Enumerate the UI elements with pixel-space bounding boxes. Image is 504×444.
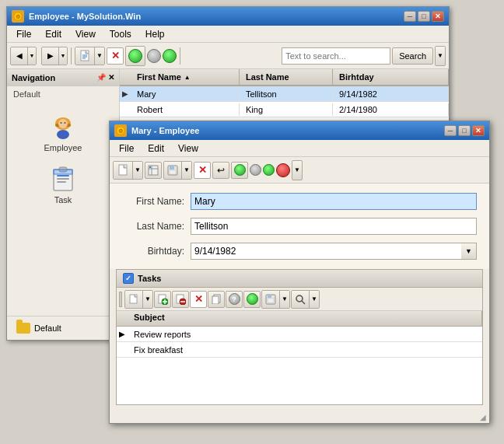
detail-minimize-button[interactable]: ─ [444,125,457,136]
prev-record-button[interactable] [147,49,161,63]
lastname-input[interactable] [191,218,477,235]
tasks-search-arrow[interactable]: ▼ [310,291,319,308]
detail-menu-edit[interactable]: Edit [142,142,170,156]
nav-pin-icon[interactable]: 📌 [96,73,106,82]
row-indicator: ▶ [120,89,131,98]
search-input[interactable] [282,47,390,65]
task-indicator-col [117,311,128,326]
tasks-add-button[interactable] [154,291,171,308]
menu-help[interactable]: Help [139,27,171,41]
menu-edit[interactable]: Edit [39,27,68,41]
lastname-row: Last Name: [122,218,477,235]
detail-next-button[interactable] [263,164,275,176]
close-button[interactable]: ✕ [432,11,444,22]
col-task-subject[interactable]: Subject [128,311,482,326]
clipboard-icon [49,165,77,193]
folder-icon [16,323,30,334]
tasks-section: ✓ Tasks ▼ [116,269,483,405]
app-icon: ⚙ [12,10,24,23]
detail-toolbar: ▼ ▼ ✕ ↩ [110,157,489,184]
table-row[interactable]: Fix breakfast [117,342,482,358]
svg-rect-41 [268,299,274,302]
tasks-delete-button[interactable]: ✕ [190,291,207,308]
toolbar-sep-2 [180,47,180,65]
svg-point-42 [296,295,303,302]
new-button: ▼ [75,47,105,65]
menu-view[interactable]: View [69,27,102,41]
nav-footer-default[interactable]: Default [13,320,113,336]
next-record-button[interactable] [163,49,177,63]
tasks-search-main[interactable] [292,291,310,308]
tasks-toolbar-handle[interactable] [119,292,122,307]
nav-close-icon[interactable]: ✕ [108,73,114,82]
task-nav-label: Task [54,195,72,205]
col-lastname[interactable]: Last Name [240,69,333,85]
tasks-new-main[interactable] [125,291,143,308]
cell-birthday: 2/14/1980 [333,103,449,116]
navigation-panel: Navigation 📌 ✕ Default [7,69,120,340]
detail-save-main[interactable] [164,162,182,179]
nav-item-task[interactable]: Task [41,162,85,208]
detail-window-title: Mary - Employee [131,126,199,135]
detail-grid-button[interactable] [145,162,162,179]
detail-refresh-button[interactable] [231,162,248,179]
table-row[interactable]: Robert King 2/14/1980 [120,102,449,117]
detail-menu-file[interactable]: File [113,142,140,156]
menu-tools[interactable]: Tools [103,27,138,41]
tasks-next-button[interactable] [243,291,261,308]
forward-button[interactable]: ▶ [42,47,59,65]
detail-new-main[interactable] [114,162,133,179]
new-main[interactable] [75,47,95,65]
svg-point-10 [60,122,61,124]
tasks-save-button: ▼ [261,290,290,309]
detail-maximize-button[interactable]: □ [458,125,471,136]
birthday-dropdown-button[interactable]: ▼ [461,243,477,260]
detail-toolbar-overflow[interactable]: ▼ [292,160,303,180]
detail-close-button[interactable]: ✕ [472,125,485,136]
detail-prev-button[interactable] [250,164,261,176]
tasks-save-main[interactable] [262,291,280,308]
col-firstname[interactable]: First Name ▲ [131,69,240,85]
detail-app-icon: ⚙ [114,124,127,137]
back-button[interactable]: ◀ [11,47,28,65]
firstname-input[interactable] [191,193,477,210]
task-subject-1: Review reports [128,328,197,341]
detail-undo-button[interactable]: ↩ [212,162,229,179]
sort-asc-icon: ▲ [184,74,191,81]
delete-button[interactable]: ✕ [107,47,124,65]
refresh-button[interactable] [125,46,145,66]
nav-item-employee[interactable]: Employee [37,110,90,156]
svg-rect-16 [57,181,66,183]
forward-arrow[interactable]: ▼ [59,47,67,65]
detail-menu-view[interactable]: View [172,142,205,156]
title-controls: ─ □ ✕ [404,11,444,22]
nav-header: Navigation 📌 ✕ [7,69,119,86]
minimize-button[interactable]: ─ [404,11,416,22]
table-row[interactable]: ▶ Review reports [117,327,482,342]
new-dropdown-arrow[interactable]: ▼ [95,47,104,65]
tasks-header: ✓ Tasks [117,270,482,288]
menu-file[interactable]: File [10,27,37,41]
detail-stop-button[interactable] [276,163,290,177]
detail-save-arrow[interactable]: ▼ [182,162,191,179]
nav-default-section[interactable]: Default [7,86,119,102]
toolbar-overflow[interactable]: ▼ [435,46,446,66]
firstname-label: First Name: [122,196,184,207]
tasks-remove-button[interactable] [172,291,189,308]
tasks-new-arrow[interactable]: ▼ [143,291,152,308]
tasks-save-arrow[interactable]: ▼ [280,291,289,308]
svg-rect-14 [57,175,69,177]
detail-delete-button[interactable]: ✕ [194,162,211,179]
back-arrow[interactable]: ▼ [28,47,36,65]
search-button[interactable]: Search [392,47,433,65]
col-birthday[interactable]: Birhtday [333,69,449,85]
tasks-info-button[interactable]: ? [226,291,243,308]
svg-rect-17 [54,170,72,174]
employee-nav-label: Employee [44,143,82,152]
tasks-copy-button[interactable] [208,291,225,308]
table-row[interactable]: ▶ Mary Tellitson 9/14/1982 [120,86,449,102]
maximize-button[interactable]: □ [418,11,430,22]
resize-handle[interactable]: ◢ [478,412,488,421]
birthday-input[interactable] [191,243,461,260]
detail-new-arrow[interactable]: ▼ [133,162,142,179]
